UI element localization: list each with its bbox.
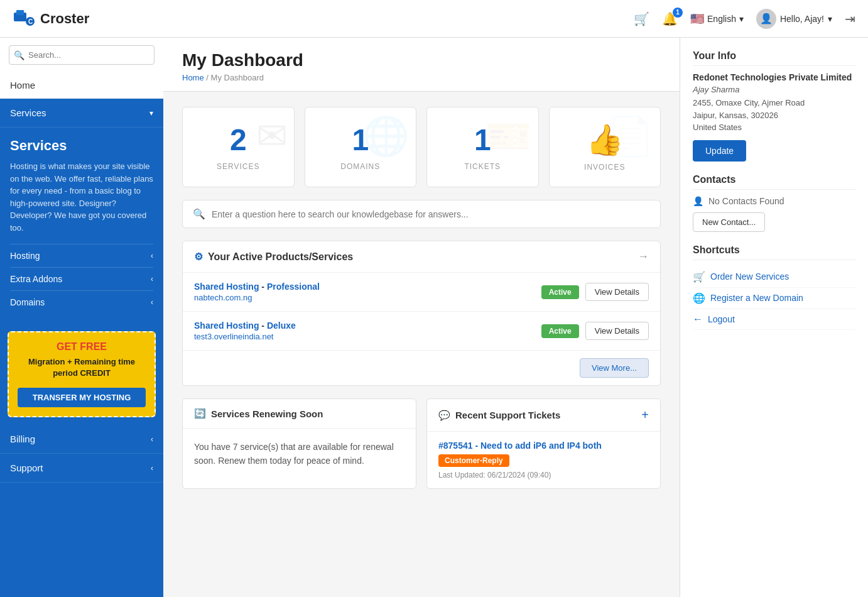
domains-label: DOMAINS bbox=[340, 162, 380, 171]
sidebar-item-domains[interactable]: Domains ‹ bbox=[10, 290, 153, 314]
cart-shortcut-icon: 🛒 bbox=[693, 271, 705, 283]
stat-card-tickets[interactable]: 🎫 1 TICKETS bbox=[426, 107, 539, 187]
contacts-section: Contacts 👤 No Contacts Found New Contact… bbox=[693, 174, 855, 232]
service-info-1: Shared Hosting - Professional nabtech.co… bbox=[194, 282, 320, 302]
active-services-title-area: ⚙ Your Active Products/Services bbox=[194, 251, 353, 263]
extra-addons-label: Extra Addons bbox=[10, 274, 62, 284]
kb-search-icon: 🔍 bbox=[193, 208, 205, 220]
services-section-title: Services bbox=[10, 138, 153, 154]
sidebar-item-hosting[interactable]: Hosting ‹ bbox=[10, 244, 153, 267]
promo-get-free-text: GET FREE bbox=[18, 341, 146, 353]
shortcuts-title: Shortcuts bbox=[693, 244, 855, 260]
language-selector[interactable]: 🇺🇸 English ▾ bbox=[690, 12, 744, 26]
hosting-chevron-icon: ‹ bbox=[151, 251, 153, 260]
cart-button[interactable]: 🛒 bbox=[634, 11, 649, 26]
sidebar-item-home[interactable]: Home bbox=[0, 72, 163, 99]
renewing-panel-header: 🔄 Services Renewing Soon bbox=[183, 399, 416, 429]
sidebar-item-services[interactable]: Services ▾ bbox=[0, 99, 163, 128]
breadcrumb: Home / My Dashboard bbox=[182, 73, 661, 82]
status-badge-1: Active bbox=[541, 285, 579, 299]
hosting-label: Hosting bbox=[10, 251, 40, 261]
tickets-panel-header: 💬 Recent Support Tickets + bbox=[427, 399, 660, 432]
breadcrumb-separator: / bbox=[206, 73, 209, 82]
person-icon: 👤 bbox=[693, 196, 703, 206]
ticket-item: #875541 - Need to add iP6 and IP4 both C… bbox=[427, 432, 660, 488]
view-details-button-1[interactable]: View Details bbox=[585, 283, 649, 301]
page-header: My Dashboard Home / My Dashboard bbox=[163, 38, 680, 92]
services-panel-icon: ⚙ bbox=[194, 251, 203, 263]
bottom-panels: 🔄 Services Renewing Soon You have 7 serv… bbox=[182, 398, 661, 489]
main-layout: 🔍 Home Services ▾ Services Hosting is wh… bbox=[0, 38, 868, 597]
logo[interactable]: C Croster bbox=[13, 8, 89, 30]
domains-label: Domains bbox=[10, 297, 45, 307]
ticket-status-badge: Customer-Reply bbox=[438, 454, 509, 467]
promo-transfer-button[interactable]: TRANSFER MY HOSTING bbox=[18, 388, 146, 407]
tickets-panel-title: 💬 Recent Support Tickets bbox=[438, 410, 560, 421]
breadcrumb-home[interactable]: Home bbox=[182, 73, 204, 82]
active-services-header: ⚙ Your Active Products/Services → bbox=[183, 241, 660, 273]
services-section-desc: Hosting is what makes your site visible … bbox=[10, 160, 153, 234]
shortcut-logout[interactable]: ← Logout bbox=[693, 309, 855, 330]
company-name: Redonet Technologies Private Limited bbox=[693, 72, 855, 82]
status-badge-2: Active bbox=[541, 324, 579, 338]
right-sidebar: Your Info Redonet Technologies Private L… bbox=[680, 38, 868, 597]
active-services-panel: ⚙ Your Active Products/Services → Shared… bbox=[182, 241, 661, 386]
domains-bg-icon: 🌐 bbox=[362, 114, 410, 158]
address-line1: 2455, Omaxe City, Ajmer Road bbox=[693, 97, 855, 109]
page-title: My Dashboard bbox=[182, 50, 661, 70]
view-details-button-2[interactable]: View Details bbox=[585, 322, 649, 340]
notifications-button[interactable]: 🔔 1 bbox=[662, 11, 678, 26]
content-area: My Dashboard Home / My Dashboard ✉ 2 SER… bbox=[163, 38, 680, 597]
user-avatar: 👤 bbox=[756, 9, 776, 29]
shortcuts-section: Shortcuts 🛒 Order New Services 🌐 Registe… bbox=[693, 244, 855, 330]
sidebar-home-label: Home bbox=[10, 80, 35, 90]
logout-shortcut-icon: ← bbox=[693, 314, 703, 325]
services-bg-icon: ✉ bbox=[256, 114, 288, 158]
user-chevron-icon: ▾ bbox=[828, 14, 832, 24]
tickets-chat-icon: 💬 bbox=[438, 410, 450, 421]
update-button[interactable]: Update bbox=[693, 140, 746, 162]
kb-search-input[interactable] bbox=[212, 209, 650, 219]
support-chevron-icon: ‹ bbox=[151, 464, 153, 473]
sidebar-search-area: 🔍 bbox=[0, 38, 163, 72]
support-label: Support bbox=[10, 463, 43, 473]
address-line3: United States bbox=[693, 121, 855, 134]
ticket-link[interactable]: #875541 - Need to add iP6 and IP4 both bbox=[438, 441, 602, 451]
stat-card-services[interactable]: ✉ 2 SERVICES bbox=[182, 107, 295, 187]
user-name: Ajay Sharma bbox=[693, 85, 855, 94]
view-more-button[interactable]: View More... bbox=[580, 358, 649, 378]
logo-text: Croster bbox=[40, 11, 89, 27]
support-tickets-panel: 💬 Recent Support Tickets + #875541 - Nee… bbox=[426, 398, 661, 489]
active-services-title: Your Active Products/Services bbox=[208, 251, 353, 263]
add-ticket-icon[interactable]: + bbox=[641, 408, 649, 422]
services-chevron-icon: ▾ bbox=[149, 109, 153, 118]
new-contact-button[interactable]: New Contact... bbox=[693, 212, 765, 232]
knowledgebase-search: 🔍 bbox=[182, 200, 661, 228]
no-contacts-message: 👤 No Contacts Found bbox=[693, 196, 855, 206]
user-menu[interactable]: 👤 Hello, Ajay! ▾ bbox=[756, 9, 832, 29]
user-greeting: Hello, Ajay! bbox=[780, 14, 824, 24]
stat-card-invoices[interactable]: 📄 👍 INVOICES bbox=[549, 107, 661, 187]
shortcut-register-domain[interactable]: 🌐 Register a New Domain bbox=[693, 288, 855, 309]
sidebar-item-extra-addons[interactable]: Extra Addons ‹ bbox=[10, 267, 153, 290]
sidebar-item-support[interactable]: Support ‹ bbox=[0, 454, 163, 483]
services-count: 2 bbox=[230, 123, 247, 157]
search-input[interactable] bbox=[9, 45, 155, 65]
sidebar-item-billing[interactable]: Billing ‹ bbox=[0, 425, 163, 454]
services-panel-arrow-icon: → bbox=[637, 250, 649, 263]
search-icon: 🔍 bbox=[14, 50, 24, 60]
logout-icon[interactable]: ⇥ bbox=[845, 11, 855, 26]
address-line2: Jaipur, Kansas, 302026 bbox=[693, 109, 855, 122]
renewing-icon: 🔄 bbox=[194, 408, 206, 419]
stats-row: ✉ 2 SERVICES 🌐 1 DOMAINS 🎫 1 TICKETS 📄 👍 bbox=[182, 107, 661, 187]
view-more-area: View More... bbox=[183, 351, 660, 385]
flag-icon: 🇺🇸 bbox=[690, 12, 704, 26]
logout-label: Logout bbox=[708, 314, 735, 324]
shortcut-order-services[interactable]: 🛒 Order New Services bbox=[693, 266, 855, 288]
order-services-label: Order New Services bbox=[710, 271, 789, 282]
stat-card-domains[interactable]: 🌐 1 DOMAINS bbox=[305, 107, 417, 187]
table-row: Shared Hosting - Professional nabtech.co… bbox=[183, 273, 660, 312]
service-name-1: Shared Hosting - Professional bbox=[194, 282, 320, 292]
svg-text:C: C bbox=[28, 18, 33, 25]
invoices-bg-icon: 📄 bbox=[607, 114, 654, 158]
